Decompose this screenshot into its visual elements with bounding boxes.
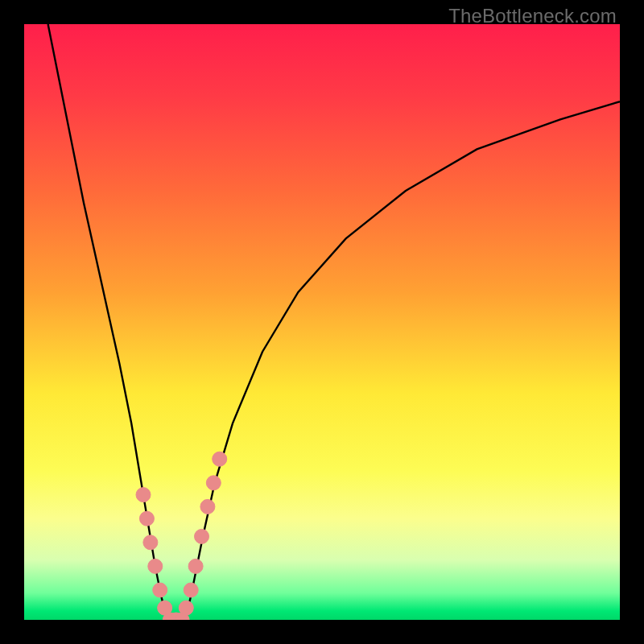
highlight-dot xyxy=(143,535,158,550)
highlight-dot xyxy=(188,559,203,573)
plot-area xyxy=(24,24,620,620)
curve-right-branch xyxy=(185,101,620,620)
highlight-dot xyxy=(139,511,154,526)
highlight-dot xyxy=(206,476,221,490)
highlight-dot xyxy=(184,583,198,597)
highlight-dot xyxy=(200,499,215,514)
highlight-dot xyxy=(136,488,151,502)
chart-frame: TheBottleneck.com xyxy=(0,0,644,644)
highlight-markers xyxy=(136,452,227,620)
highlight-dot xyxy=(213,452,227,466)
highlight-dot xyxy=(195,529,209,543)
highlight-dot xyxy=(179,601,193,615)
highlight-dot xyxy=(153,583,167,597)
curve-layer xyxy=(24,24,620,620)
curve-left-branch xyxy=(48,24,167,620)
highlight-dot xyxy=(148,559,163,573)
